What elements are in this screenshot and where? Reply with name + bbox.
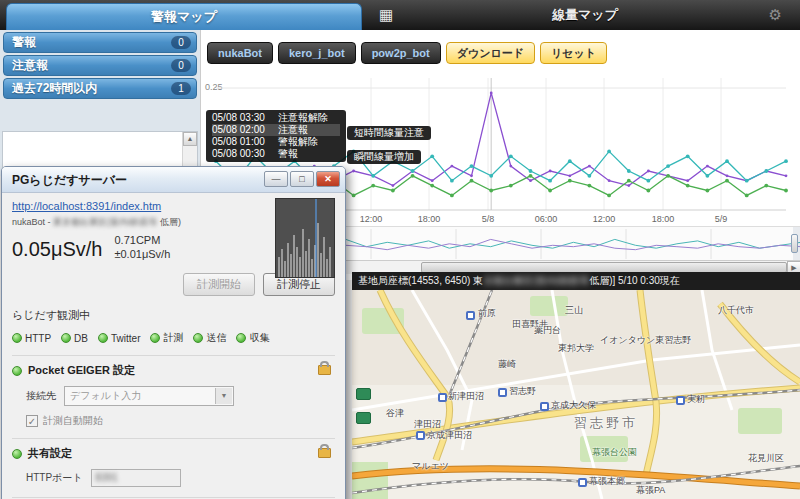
map-label: 幕張本郷 bbox=[589, 475, 625, 488]
bot-button-nukabot[interactable]: nukaBot bbox=[207, 42, 273, 64]
x-tick: 18:00 bbox=[418, 214, 441, 224]
x-tick: 06:00 bbox=[535, 214, 558, 224]
indicator-collect: 収集 bbox=[236, 331, 269, 345]
map-city-label: 習志野市 bbox=[574, 414, 638, 432]
sidebar-item-past-72h[interactable]: 過去72時間以内 1 bbox=[3, 78, 197, 99]
map-label: 藤崎 bbox=[498, 358, 516, 371]
event-row: 05/08 01:00警報解除 bbox=[212, 136, 340, 148]
count-badge: 0 bbox=[171, 36, 191, 49]
sidebar-item-advisories[interactable]: 注意報 0 bbox=[3, 55, 197, 76]
event-row: 05/08 03:30注意報解除 bbox=[212, 112, 340, 124]
navigator-handle-right[interactable] bbox=[791, 234, 798, 253]
x-tick: 5/8 bbox=[482, 214, 495, 224]
observing-status: らじだす観測中 bbox=[12, 308, 335, 323]
status-dot-icon bbox=[12, 366, 22, 376]
redacted-text: 京都台東区(室内/鉄筋等 bbox=[483, 275, 589, 286]
map-label: 花見川区 bbox=[748, 452, 784, 465]
sidebar-item-alerts[interactable]: 警報 0 bbox=[3, 32, 197, 53]
redacted-text: 東京都台東区(室内/鉄筋等 bbox=[53, 217, 158, 227]
status-dot-icon bbox=[236, 333, 246, 343]
event-row: 05/08 00:30警報 bbox=[212, 148, 340, 160]
map-section: 基地局座標(14553, 6450) 東京都台東区(室内/鉄筋等低層)] 5/1… bbox=[352, 272, 800, 499]
minimize-icon[interactable]: — bbox=[264, 171, 288, 187]
indicator-http: HTTP bbox=[12, 331, 51, 345]
status-dot-icon bbox=[150, 333, 160, 343]
window-title-bar[interactable]: PGらじだすサーバー — □ ✕ bbox=[2, 167, 345, 193]
count-badge: 1 bbox=[171, 82, 191, 95]
x-tick: 5/9 bbox=[715, 214, 728, 224]
window-body: http://localhost:8391/index.htm nukaBot … bbox=[2, 193, 345, 499]
x-tick: 18:00 bbox=[652, 214, 675, 224]
sidebar-item-label: 警報 bbox=[12, 33, 36, 52]
map-label: 三山 bbox=[565, 304, 583, 317]
start-measure-button[interactable]: 計測開始 bbox=[183, 273, 255, 296]
download-button[interactable]: ダウンロード bbox=[446, 42, 535, 64]
bot-button-pow2p-bot[interactable]: pow2p_bot bbox=[361, 42, 441, 64]
indicator-twitter: Twitter bbox=[98, 331, 140, 345]
station-icon bbox=[676, 396, 685, 405]
event-tooltip: 05/08 03:30注意報解除 05/08 02:00注意報 05/08 01… bbox=[206, 110, 346, 162]
share-settings-section: 共有設定 HTTPポート 8391 bbox=[12, 438, 335, 487]
map-label: 新津田沼 bbox=[448, 390, 484, 403]
station-icon bbox=[498, 388, 507, 397]
server-url-link[interactable]: http://localhost:8391/index.htm bbox=[12, 200, 161, 212]
dose-histogram-thumbnail bbox=[275, 198, 335, 278]
status-dot-icon bbox=[193, 333, 203, 343]
close-icon[interactable]: ✕ bbox=[316, 171, 340, 187]
reset-button[interactable]: リセット bbox=[540, 42, 607, 64]
tab-alert-map[interactable]: 警報マップ bbox=[6, 3, 362, 30]
map-label: 京成津田沼 bbox=[427, 429, 472, 442]
tab-dose-map[interactable]: 線量マップ bbox=[420, 0, 750, 30]
sidebar-item-label: 過去72時間以内 bbox=[12, 79, 97, 98]
lock-icon bbox=[318, 365, 331, 375]
scroll-up-icon[interactable]: ▲ bbox=[183, 132, 197, 146]
map-label: 八千代市 bbox=[718, 304, 754, 317]
auto-start-label: 計測自動開始 bbox=[43, 414, 103, 428]
top-tab-bar: 警報マップ ▦ 線量マップ ⚙ bbox=[0, 0, 800, 30]
map-label: 谷津 bbox=[386, 407, 404, 420]
dose-value: 0.05μSv/h bbox=[12, 238, 102, 261]
map-label: 薬円台 bbox=[534, 324, 561, 337]
window-controls: — □ ✕ bbox=[264, 171, 340, 187]
map[interactable]: 前原 田喜野井 三山 八千代市 薬円台 東邦大学 イオンタウン東習志野 藤崎 新… bbox=[352, 290, 800, 499]
expressway-shield-icon bbox=[356, 412, 371, 424]
sidebar-item-label: 注意報 bbox=[12, 56, 48, 75]
expressway-shield-icon bbox=[356, 388, 371, 400]
x-tick: 12:00 bbox=[360, 214, 383, 224]
event-row: 05/08 02:00注意報 bbox=[212, 124, 340, 136]
indicator-db: DB bbox=[61, 331, 88, 345]
connect-select[interactable]: デフォルト入力 ▼ bbox=[64, 386, 234, 406]
map-label: 東邦大学 bbox=[558, 342, 594, 355]
gear-icon[interactable]: ⚙ bbox=[769, 6, 782, 24]
station-icon bbox=[416, 431, 425, 440]
auto-start-checkbox[interactable]: ✓ bbox=[26, 415, 38, 427]
app-root: 警報マップ ▦ 線量マップ ⚙ 警報 0 注意報 0 過去72時間以内 1 ▲ … bbox=[0, 0, 800, 499]
status-dot-icon bbox=[12, 449, 22, 459]
grid-icon[interactable]: ▦ bbox=[376, 5, 396, 25]
status-indicator-row: HTTP DB Twitter 計測 送信 収集 bbox=[12, 331, 335, 345]
section-title: Pocket GEIGER 設定 bbox=[28, 363, 135, 378]
bot-button-kero-j-bot[interactable]: kero_j_bot bbox=[278, 42, 356, 64]
count-badge: 0 bbox=[171, 59, 191, 72]
indicator-measure: 計測 bbox=[150, 331, 183, 345]
server-window: PGらじだすサーバー — □ ✕ http://localhost:8391/i… bbox=[1, 166, 346, 499]
map-label: イオンタウン東習志野 bbox=[600, 334, 691, 347]
map-label: 習志野 bbox=[509, 385, 536, 398]
maximize-icon[interactable]: □ bbox=[290, 171, 314, 187]
map-label: マルエツ bbox=[412, 460, 449, 473]
map-label: 京成大久保 bbox=[551, 399, 596, 412]
x-tick: 12:00 bbox=[593, 214, 616, 224]
map-label: 幕張台公園 bbox=[592, 446, 637, 459]
connect-label: 接続先 bbox=[26, 389, 56, 403]
cpm-readout: 0.71CPM ±0.01μSv/h bbox=[114, 233, 170, 261]
indicator-send: 送信 bbox=[193, 331, 226, 345]
map-label: 実籾 bbox=[687, 393, 705, 406]
window-title: PGらじだすサーバー bbox=[12, 172, 127, 189]
lock-icon bbox=[318, 448, 331, 458]
http-port-label: HTTPポート bbox=[26, 471, 83, 485]
status-dot-icon bbox=[98, 333, 108, 343]
station-icon bbox=[578, 478, 587, 487]
http-port-field[interactable]: 8391 bbox=[91, 469, 181, 487]
sidebar: 警報 0 注意報 0 過去72時間以内 1 ▲ ▼ bbox=[0, 30, 200, 176]
map-label: 前原 bbox=[478, 307, 496, 320]
